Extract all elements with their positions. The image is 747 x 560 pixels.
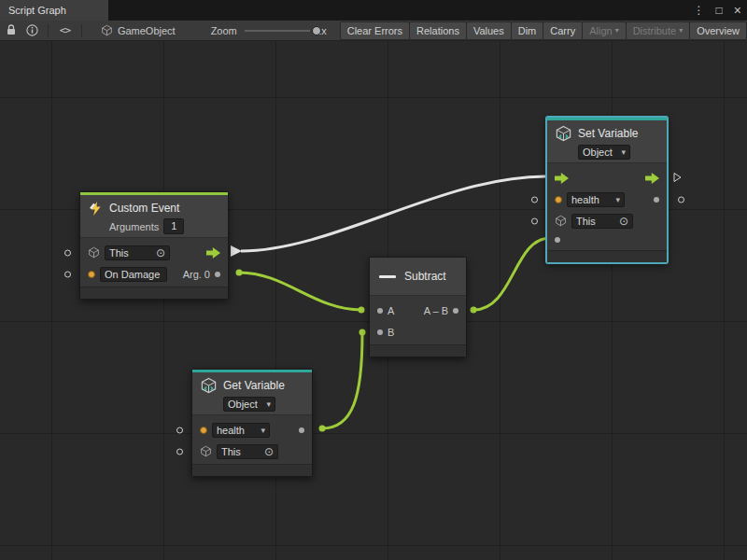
variable-icon: [200, 377, 218, 395]
carry-button[interactable]: Carry: [543, 21, 583, 40]
relations-button[interactable]: Relations: [409, 21, 467, 40]
dropdown-caret-icon: ▾: [615, 23, 619, 38]
cube-icon: [88, 246, 100, 259]
zoom-slider[interactable]: [245, 25, 310, 36]
node-header[interactable]: Get Variable Object ▾: [192, 372, 312, 414]
arguments-count-field[interactable]: 1: [163, 218, 184, 234]
target-icon[interactable]: ⊙: [156, 247, 165, 259]
node-ports: health ▾ This ⊙: [547, 162, 667, 250]
value-port-dot[interactable]: [88, 271, 95, 278]
variable-name-dropdown[interactable]: health ▾: [212, 423, 270, 438]
dropdown-caret-icon: ▾: [679, 23, 683, 38]
event-name-port-row: On Damage Arg. 0: [80, 263, 228, 285]
dropdown-arrow-icon: ▾: [621, 147, 626, 157]
button-label: Distribute: [633, 23, 676, 38]
arguments-label: Arguments: [109, 221, 159, 232]
flow-output-arrow-icon[interactable]: [645, 173, 659, 184]
subtract-node[interactable]: Subtract A A – B B: [369, 257, 467, 357]
dropdown-arrow-icon: ▾: [615, 195, 620, 204]
port-dot[interactable]: [377, 329, 383, 335]
value-port-dot[interactable]: [555, 196, 562, 203]
port-dot[interactable]: [377, 308, 383, 314]
variable-name-value: health: [217, 425, 245, 436]
align-button[interactable]: Align▾: [582, 21, 626, 40]
target-field[interactable]: This ⊙: [105, 245, 170, 260]
code-icon[interactable]: <>: [60, 24, 70, 36]
button-label: Values: [473, 23, 504, 38]
button-label: Carry: [550, 23, 575, 38]
get-variable-node[interactable]: Get Variable Object ▾ health ▾ This: [191, 369, 313, 477]
port-dot[interactable]: [299, 427, 304, 433]
button-label: Dim: [518, 23, 537, 38]
flow-output-arrow-icon[interactable]: [206, 247, 220, 259]
port-circle[interactable]: [531, 217, 538, 224]
port-circle[interactable]: [176, 427, 183, 433]
info-icon[interactable]: [26, 24, 38, 36]
target-field[interactable]: This ⊙: [217, 444, 278, 459]
event-name-field[interactable]: On Damage: [100, 267, 167, 282]
gameobject-selector[interactable]: GameObject: [118, 25, 176, 36]
lightning-icon: [88, 201, 104, 217]
maximize-icon[interactable]: □: [716, 4, 723, 17]
values-button[interactable]: Values: [466, 21, 512, 40]
target-field[interactable]: This ⊙: [571, 214, 633, 229]
target-port-row: This ⊙: [547, 210, 667, 231]
set-variable-node[interactable]: Set Variable Object ▾ health: [546, 117, 668, 263]
input-b-row: B: [370, 321, 466, 343]
overview-button[interactable]: Overview: [689, 21, 747, 40]
flow-port-row: [547, 167, 667, 189]
zoom-label: Zoom: [211, 25, 237, 36]
input-a-label: A: [388, 305, 394, 316]
target-value: This: [221, 446, 241, 457]
distribute-button[interactable]: Distribute▾: [626, 21, 690, 40]
value-port-dot[interactable]: [200, 427, 207, 434]
target-icon[interactable]: ⊙: [619, 216, 628, 227]
port-dot[interactable]: [215, 272, 220, 277]
node-title: Set Variable: [578, 127, 638, 140]
dim-button[interactable]: Dim: [511, 21, 544, 40]
dropdown-arrow-icon: ▾: [266, 399, 271, 409]
node-footer: [370, 344, 466, 357]
node-header[interactable]: Custom Event Arguments 1: [80, 195, 228, 237]
flow-input-arrow-icon[interactable]: [555, 173, 569, 184]
node-ports: This ⊙ On Damage Arg. 0: [80, 237, 228, 287]
custom-event-node[interactable]: Custom Event Arguments 1 This ⊙ On Damag: [79, 191, 229, 300]
variable-name-row: health ▾: [192, 419, 312, 441]
node-header[interactable]: Set Variable Object ▾: [547, 120, 667, 162]
port-circle[interactable]: [64, 271, 71, 277]
variable-icon: [555, 125, 572, 143]
minus-icon: [379, 274, 397, 279]
menu-icon[interactable]: ⋮: [694, 4, 705, 17]
arg0-label: Arg. 0: [183, 269, 210, 280]
zoom-slider-handle[interactable]: [312, 26, 321, 35]
button-label: Relations: [416, 23, 459, 38]
port-triangle[interactable]: [673, 172, 682, 185]
variable-kind-dropdown[interactable]: Object ▾: [223, 397, 275, 412]
variable-kind-value: Object: [583, 147, 613, 158]
lock-icon[interactable]: [6, 24, 17, 36]
variable-kind-dropdown[interactable]: Object ▾: [578, 145, 630, 160]
close-icon[interactable]: ×: [734, 3, 741, 18]
clear-errors-button[interactable]: Clear Errors: [340, 21, 410, 40]
node-title: Get Variable: [223, 379, 285, 392]
target-value: This: [576, 216, 596, 227]
port-circle[interactable]: [64, 249, 71, 256]
node-header[interactable]: Subtract: [370, 258, 466, 295]
port-dot[interactable]: [555, 237, 560, 243]
zoom-slider-track[interactable]: [245, 30, 310, 32]
node-title: Subtract: [404, 270, 446, 283]
toolbar-separator: [48, 24, 49, 37]
target-icon[interactable]: ⊙: [264, 446, 274, 457]
variable-name-dropdown[interactable]: health ▾: [567, 192, 625, 207]
input-a-row: A A – B: [370, 300, 466, 321]
port-circle[interactable]: [531, 196, 538, 203]
cube-icon: [200, 445, 212, 457]
port-circle[interactable]: [678, 196, 684, 203]
port-dot[interactable]: [453, 308, 458, 314]
tab-script-graph[interactable]: Script Graph: [0, 0, 108, 21]
button-label: Align: [589, 23, 612, 38]
port-dot[interactable]: [654, 197, 659, 203]
graph-toolbar: <> GameObject Zoom 1x Clear Errors Relat…: [0, 21, 747, 41]
port-circle[interactable]: [176, 448, 183, 455]
variable-kind-value: Object: [228, 399, 258, 410]
